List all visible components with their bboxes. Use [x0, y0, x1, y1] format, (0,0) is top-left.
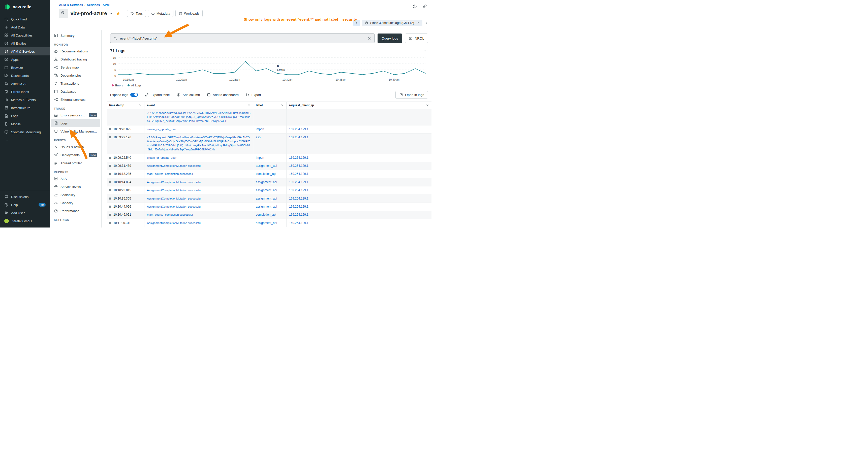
entity-nav-databases[interactable]: Databases — [51, 88, 100, 96]
log-row-marker-icon[interactable] — [109, 197, 111, 199]
help-button[interactable] — [411, 2, 418, 10]
entity-nav-deployments[interactable]: DeploymentsNew — [51, 151, 100, 159]
label-link[interactable]: assignment_api — [256, 197, 277, 200]
event-link[interactable]: AssignmentCompletionMutation successful — [147, 164, 201, 168]
entity-nav-external-services[interactable]: External services — [51, 96, 100, 103]
sidebar-item-apm-services[interactable]: APM & Services — [0, 47, 50, 56]
table-row[interactable]: 10:10:35.305AssignmentCompletionMutation… — [106, 195, 432, 203]
sidebar-item-all-entities[interactable]: All Entities — [0, 39, 50, 47]
remove-column-icon[interactable] — [281, 104, 284, 107]
log-query-input[interactable] — [120, 36, 365, 40]
sidebar-item-errors-inbox[interactable]: Errors Inbox — [0, 88, 50, 96]
label-link[interactable]: import — [256, 128, 264, 131]
entity-nav-summary[interactable]: Summary — [51, 32, 100, 39]
entity-nav-logs[interactable]: Logs — [51, 119, 100, 127]
sidebar-item-add-data[interactable]: Add Data — [0, 23, 50, 31]
sidebar-item-alerts-ai[interactable]: Alerts & AI — [0, 79, 50, 88]
table-row[interactable]: 10:09:20.895create_or_update_userimport1… — [106, 126, 432, 133]
ip-link[interactable]: 169.254.129.1 — [289, 197, 309, 200]
new-relic-logo[interactable]: new relic. — [0, 0, 50, 12]
event-link[interactable]: mark_course_completion successful — [147, 213, 193, 217]
ip-link[interactable]: 169.254.129.1 — [289, 205, 309, 208]
ip-link[interactable]: 169.254.129.1 — [289, 135, 309, 139]
label-link[interactable]: assignment_api — [256, 189, 277, 192]
entity-nav-sla[interactable]: SLA — [51, 174, 100, 183]
label-link[interactable]: assignment_api — [256, 205, 277, 208]
label-link[interactable]: import — [256, 156, 264, 160]
ip-link[interactable]: 169.254.129.1 — [289, 172, 309, 175]
sidebar-item-synthetic-monitoring[interactable]: Synthetic Monitoring — [0, 128, 50, 136]
workloads-button[interactable]: Workloads — [176, 10, 203, 17]
label-link[interactable]: completion_api — [256, 172, 276, 175]
sidebar-item-apps[interactable]: Apps — [0, 56, 50, 64]
ip-link[interactable]: 169.254.129.1 — [289, 164, 309, 167]
clear-query-icon[interactable] — [368, 36, 371, 40]
sidebar-item-infrastructure[interactable]: Infrastructure — [0, 104, 50, 112]
remove-column-icon[interactable] — [138, 104, 142, 107]
sidebar-item-browser[interactable]: Browser — [0, 64, 50, 71]
log-row-marker-icon[interactable] — [109, 214, 111, 216]
table-row[interactable]: 10:09:22.540create_or_update_userimport1… — [106, 154, 432, 162]
log-row-marker-icon[interactable] — [109, 157, 111, 159]
table-row[interactable]: 10:10:44.066AssignmentCompletionMutation… — [106, 203, 432, 211]
label-link[interactable]: assignment_api — [256, 164, 277, 167]
ip-link[interactable]: 169.254.129.1 — [289, 128, 309, 131]
entity-nav-issues-activity[interactable]: Issues & activity — [51, 143, 100, 151]
sidebar-item-add-user[interactable]: Add User — [0, 209, 50, 217]
log-row-marker-icon[interactable] — [109, 189, 111, 191]
nrql-button[interactable]: NRQL — [405, 33, 428, 43]
event-link[interactable]: mark_course_completion successful — [147, 172, 193, 176]
event-link[interactable]: AssignmentCompletionMutation successful — [147, 180, 201, 184]
log-row-marker-icon[interactable] — [109, 128, 111, 130]
entity-nav-vulnerability-management[interactable]: Vulnerability Management — [51, 127, 100, 135]
table-row[interactable]: JUQVU&code=eyJraWQiOiJjcGtY29yZV8wOTl1Mj… — [106, 109, 432, 126]
copy-link-button[interactable] — [421, 2, 429, 10]
sidebar-item-logs[interactable]: Logs — [0, 112, 50, 120]
add-column-button[interactable]: Add column — [177, 93, 200, 97]
legend-all-logs[interactable]: All Logs — [127, 84, 142, 87]
event-link[interactable]: create_or_update_user — [147, 127, 177, 131]
event-link[interactable]: AssignmentCompletionMutation successful — [147, 221, 201, 225]
sidebar-item-discussions[interactable]: Discussions — [0, 193, 50, 201]
sidebar-item-dashboards[interactable]: Dashboards — [0, 71, 50, 79]
logs-timeseries-chart[interactable]: 05101510:15am10:20am10:25am10:30am10:35a… — [110, 55, 428, 83]
entity-nav-recommendations[interactable]: Recommendations — [51, 47, 100, 55]
ip-link[interactable]: 169.254.129.1 — [289, 181, 309, 184]
open-in-logs-button[interactable]: Open in logs — [396, 91, 428, 98]
entity-nav-service-map[interactable]: Service map — [51, 63, 100, 71]
entity-nav-performance[interactable]: Performance — [51, 207, 100, 215]
sidebar-item-quick-find[interactable]: Quick Find — [0, 15, 50, 23]
breadcrumb-apm-services[interactable]: APM & Services — [59, 3, 83, 7]
breadcrumb-services-apm[interactable]: Services - APM — [87, 3, 110, 7]
ip-link[interactable]: 169.254.129.1 — [289, 189, 309, 192]
sidebar-item-metrics-events[interactable]: Metrics & Events — [0, 96, 50, 104]
ip-link[interactable]: 169.254.129.1 — [289, 156, 309, 160]
event-link[interactable]: AssignmentCompletionMutation successful — [147, 188, 201, 192]
time-forward-button[interactable] — [425, 21, 429, 25]
log-query-box[interactable] — [110, 33, 374, 43]
label-link[interactable]: sso — [256, 135, 260, 139]
entity-nav-errors-errors-inb[interactable]: Errors (errors inb...New — [51, 111, 100, 119]
legend-errors[interactable]: Errors — [112, 84, 123, 87]
entity-nav-capacity[interactable]: Capacity — [51, 199, 100, 207]
label-link[interactable]: assignment_api — [256, 221, 277, 225]
entity-nav-service-levels[interactable]: Service levels — [51, 183, 100, 191]
sidebar-item-mobile[interactable]: Mobile — [0, 120, 50, 128]
event-link[interactable]: AssignmentCompletionMutation successful — [147, 196, 201, 200]
log-row-marker-icon[interactable] — [109, 222, 111, 224]
entity-nav-dependencies[interactable]: Dependencies — [51, 71, 100, 79]
ip-link[interactable]: 169.254.129.1 — [289, 213, 309, 217]
event-link[interactable]: create_or_update_user — [147, 156, 177, 160]
log-row-marker-icon[interactable] — [109, 165, 111, 167]
tags-button[interactable]: Tags — [127, 10, 146, 17]
column-header-timestamp[interactable]: timestamp — [106, 102, 145, 109]
log-row-marker-icon[interactable] — [109, 173, 111, 175]
table-row[interactable]: 10:09:22.196<ASGIRequest: GET '/sso/call… — [106, 133, 432, 154]
column-header-event[interactable]: event — [145, 102, 253, 109]
table-row[interactable]: 10:09:31.439AssignmentCompletionMutation… — [106, 162, 432, 170]
export-button[interactable]: Export — [246, 93, 261, 97]
expand-table-button[interactable]: Expand table — [145, 93, 170, 97]
event-link[interactable]: AssignmentCompletionMutation successful — [147, 204, 201, 208]
sidebar-item-all-capabilities[interactable]: All Capabilities — [0, 31, 50, 39]
table-row[interactable]: 10:10:13.235mark_course_completion succe… — [106, 170, 432, 178]
